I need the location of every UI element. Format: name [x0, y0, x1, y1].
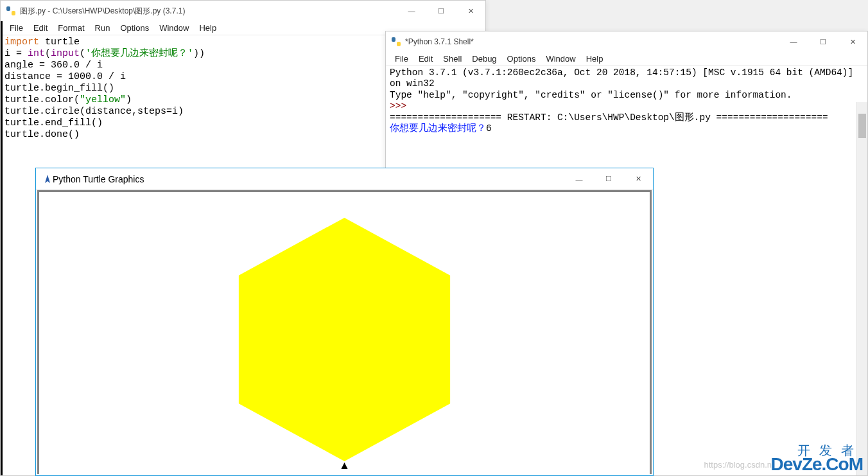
watermark-en: DevZe.CoM [771, 454, 863, 474]
turtle-window-controls: — ☐ ✕ [564, 168, 653, 190]
shell-prompt: >>> [390, 101, 412, 111]
turtle-window: Python Turtle Graphics — ☐ ✕ [35, 168, 654, 476]
editor-window-controls: — ☐ ✕ [397, 1, 485, 21]
scrollbar-thumb[interactable] [858, 114, 866, 138]
menu-options[interactable]: Options [115, 23, 154, 33]
shell-banner: Type "help", "copyright", "credits" or "… [390, 90, 792, 100]
svg-rect-0 [6, 6, 10, 11]
turtle-canvas [37, 190, 652, 474]
editor-titlebar[interactable]: 图形.py - C:\Users\HWP\Desktop\图形.py (3.7.… [1, 1, 485, 21]
code-token: turtle.end_fill() [4, 118, 103, 128]
turtle-drawing [39, 192, 650, 474]
close-button[interactable]: ✕ [456, 1, 485, 21]
svg-rect-1 [12, 11, 15, 15]
shell-titlebar[interactable]: *Python 3.7.1 Shell* — ☐ ✕ [386, 31, 867, 52]
code-token: input [51, 48, 80, 59]
code-token: ( [45, 48, 51, 59]
menu-edit[interactable]: Edit [28, 23, 53, 33]
editor-left-border [1, 1, 3, 475]
shell-restart: ==================== RESTART: C:\Users\H… [390, 112, 828, 123]
shell-input-prompt: 你想要几边来密封呢？ [390, 123, 486, 134]
code-token: '你想要几边来密封呢？' [85, 48, 193, 59]
minimize-button[interactable]: — [564, 168, 594, 190]
python-file-icon [6, 6, 16, 16]
menu-options[interactable]: Options [502, 54, 541, 64]
watermark-url: https://blog.csdn.n [704, 460, 772, 470]
maximize-button[interactable]: ☐ [594, 168, 623, 190]
code-token: turtle.color( [4, 94, 80, 105]
minimize-button[interactable]: — [397, 1, 426, 21]
code-token: distance = 1000.0 / i [4, 71, 126, 82]
menu-window[interactable]: Window [154, 23, 194, 33]
menu-shell[interactable]: Shell [438, 54, 467, 64]
turtle-title: Python Turtle Graphics [53, 174, 144, 184]
menu-debug[interactable]: Debug [467, 54, 501, 64]
menu-help[interactable]: Help [194, 23, 221, 33]
menu-run[interactable]: Run [90, 23, 116, 33]
close-button[interactable]: ✕ [623, 168, 653, 190]
menu-edit[interactable]: Edit [413, 54, 438, 64]
close-button[interactable]: ✕ [838, 31, 867, 52]
shell-window-controls: — ☐ ✕ [779, 31, 867, 52]
code-token: int [28, 48, 45, 59]
shell-banner: Python 3.7.1 (v3.7.1:260ec2c36a, Oct 20 … [390, 67, 859, 89]
menu-file[interactable]: File [4, 23, 28, 33]
shell-title: *Python 3.7.1 Shell* [405, 37, 474, 46]
maximize-button[interactable]: ☐ [426, 1, 456, 21]
menu-file[interactable]: File [390, 54, 413, 64]
menu-format[interactable]: Format [53, 23, 89, 33]
shell-scrollbar[interactable] [856, 102, 867, 475]
code-token: turtle.begin_fill() [4, 83, 114, 94]
turtle-icon [42, 174, 53, 184]
python-shell-icon [391, 37, 401, 47]
turtle-cursor-icon [342, 463, 348, 469]
code-token: turtle.circle(distance,steps=i) [4, 106, 184, 117]
code-token: angle = 360.0 / i [4, 60, 103, 71]
svg-rect-3 [397, 42, 401, 46]
code-token: turtle [39, 37, 80, 48]
minimize-button[interactable]: — [779, 31, 808, 52]
watermark-logo: 开发者 DevZe.CoM [771, 444, 863, 473]
code-token: i = [4, 48, 28, 59]
shell-input-value: 6 [486, 123, 492, 134]
code-token: )) [193, 48, 205, 59]
code-token: import [4, 37, 39, 48]
code-token: "yellow" [80, 94, 126, 105]
hexagon-shape [239, 218, 450, 461]
menu-help[interactable]: Help [581, 54, 609, 64]
turtle-titlebar[interactable]: Python Turtle Graphics — ☐ ✕ [36, 168, 653, 190]
code-token: ) [126, 94, 132, 105]
maximize-button[interactable]: ☐ [808, 31, 838, 52]
editor-title: 图形.py - C:\Users\HWP\Desktop\图形.py (3.7.… [20, 6, 185, 17]
code-token: ( [80, 48, 85, 59]
code-token: turtle.done() [4, 129, 80, 140]
svg-rect-2 [392, 37, 395, 42]
menu-window[interactable]: Window [541, 54, 580, 64]
shell-menubar: File Edit Shell Debug Options Window Hel… [386, 52, 867, 66]
